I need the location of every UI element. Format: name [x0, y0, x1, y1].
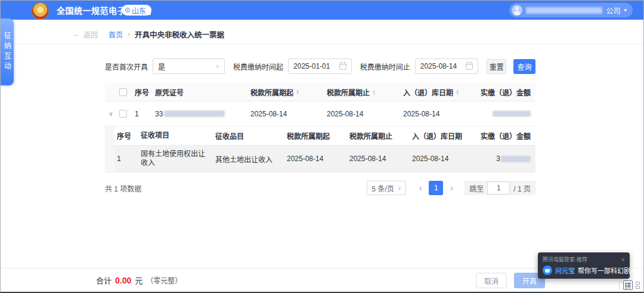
region-badge[interactable]: 山东 — [122, 5, 151, 16]
col-storage-date-label: 入（退）库日期 — [403, 87, 453, 97]
ime-drag-handle[interactable] — [619, 281, 620, 289]
col-voucher: 原凭证号 — [153, 87, 248, 97]
breadcrumb-home-link[interactable]: 首页 — [109, 29, 123, 39]
select-all-checkbox[interactable] — [119, 88, 127, 96]
chevron-down-icon: ▾ — [624, 7, 627, 13]
jump-label: 跳至 — [469, 183, 484, 193]
sub-col-storage-date: 入（退）库日期 — [410, 131, 478, 141]
date-start-value: 2025-01-01 — [293, 62, 330, 70]
toast-source-label: 腾讯电脑管家-推荐 — [543, 255, 587, 263]
first-issue-label: 是否首次开具 — [105, 61, 148, 72]
sub-col-period-end: 税款所属期止 — [347, 131, 410, 141]
col-index: 序号 — [132, 87, 153, 97]
redacted-company-name — [526, 7, 602, 14]
date-start-input[interactable]: 2025-01-01 — [288, 58, 352, 74]
first-issue-value: 是 — [158, 61, 165, 72]
expanded-gutter — [105, 127, 114, 172]
sub-col-period-start: 税款所属期起 — [284, 131, 347, 141]
col-period-end[interactable]: 税款所属期止 ▲▼ — [324, 87, 401, 97]
footer-actions: 取消 开具 — [476, 273, 545, 288]
row-expand-toggle[interactable]: ∨ — [105, 110, 117, 117]
calendar-icon — [466, 63, 473, 70]
col-period-end-label: 税款所属期止 — [327, 87, 370, 97]
total-amount: 0.00 — [115, 276, 131, 285]
total-unit: 元 — [135, 275, 143, 286]
ime-pinyin-indicator[interactable]: 拼 — [623, 280, 633, 290]
sub-col-project: 征收项目 — [138, 131, 213, 140]
col-period-start[interactable]: 税款所属期起 ▲▼ — [248, 87, 324, 97]
breadcrumb: ← 返回 首页 › 开具中央非税收入统一票据 — [73, 27, 224, 41]
date-start-label: 税费缴纳时间起 — [233, 61, 283, 72]
row-checkbox[interactable] — [119, 110, 127, 118]
sort-icon[interactable]: ▲▼ — [296, 89, 299, 95]
page-size-select[interactable]: 5 条/页 ∨ — [367, 181, 406, 195]
current-page-button[interactable]: 1 — [429, 181, 443, 195]
query-button[interactable]: 查询 — [513, 59, 535, 74]
detail-subtable: 序号 征收项目 征收品目 税款所属期起 税款所属期止 入（退）库日期 实缴（退）… — [114, 127, 535, 172]
cancel-button[interactable]: 取消 — [476, 273, 507, 288]
sub-col-index: 序号 — [114, 131, 138, 141]
row-index: 1 — [132, 110, 153, 118]
ime-extra-icons[interactable] — [636, 282, 640, 289]
toast-app-name[interactable]: 问元宝 — [555, 266, 575, 275]
first-issue-select[interactable]: 是 ∨ — [153, 58, 225, 74]
sub-row-storage-date: 2025-08-14 — [410, 155, 478, 163]
next-page-button[interactable]: › — [445, 183, 457, 193]
pagination-bar: 共 1 项数据 5 条/页 ∨ ‹ 1 › 跳至 1 / 1 页 — [105, 180, 535, 196]
sub-row-amount: 3 — [478, 155, 535, 163]
sub-col-item: 征收品目 — [213, 131, 284, 141]
col-amount: 实缴（退）金额 — [478, 87, 535, 97]
back-arrow-icon: ← — [73, 30, 80, 38]
row-amount — [478, 110, 535, 117]
back-label: 返回 — [83, 29, 98, 39]
location-pin-icon — [125, 8, 130, 13]
date-end-label: 税费缴纳时间止 — [360, 61, 410, 72]
sub-row-period-end: 2025-08-14 — [347, 155, 410, 163]
chevron-down-icon: ∨ — [398, 185, 402, 191]
date-end-value: 2025-08-14 — [420, 62, 457, 70]
back-button[interactable]: ← 返回 — [73, 29, 98, 39]
user-avatar-icon — [512, 5, 522, 16]
page-size-value: 5 条/页 — [371, 183, 394, 193]
close-icon[interactable]: × — [621, 256, 625, 263]
row-period-end: 2025-08-14 — [324, 110, 401, 118]
row-voucher: 33 — [153, 110, 248, 118]
region-label: 山东 — [132, 5, 146, 16]
date-end-input[interactable]: 2025-08-14 — [415, 58, 479, 74]
page-title: 开具中央非税收入统一票据 — [135, 29, 224, 40]
select-all-cell[interactable] — [117, 88, 132, 96]
toast-message: 帮你写一部科幻剧本杀 — [578, 266, 643, 275]
table-row[interactable]: ∨ 1 33 2025-08-14 2025-08-14 2025-08-14 — [105, 101, 535, 127]
calendar-icon — [339, 63, 346, 70]
row-storage-date: 2025-08-14 — [401, 110, 478, 118]
total-count-text: 共 1 项数据 — [105, 183, 141, 193]
company-suffix: 公司 — [606, 5, 620, 16]
ime-toolbar: 拼 — [619, 280, 640, 290]
sub-row-index: 1 — [114, 155, 138, 163]
page-total-label: / 1 页 — [513, 183, 531, 193]
amount-in-words: （零元整） — [146, 275, 182, 285]
user-account-menu[interactable]: 公司 ▾ — [509, 3, 633, 17]
sub-row-period-start: 2025-08-14 — [284, 155, 347, 163]
sort-icon[interactable]: ▲▼ — [372, 89, 376, 95]
sub-col-amount: 实缴（退）金额 — [478, 131, 535, 141]
sidebar-tab-interaction[interactable]: 征纳互动 — [1, 18, 14, 85]
results-table: 序号 原凭证号 税款所属期起 ▲▼ 税款所属期止 ▲▼ 入（退）库日期 ▲▼ — [105, 83, 535, 172]
sidebar-tab-label: 征纳互动 — [2, 32, 13, 72]
top-bar: 全国统一规范电子税务局 山东 公司 ▾ — [1, 1, 643, 20]
yuanbao-app-icon — [543, 266, 552, 275]
reset-button[interactable]: 重置 — [487, 59, 506, 74]
national-emblem-logo — [32, 2, 49, 20]
tax-bureau-window: 全国统一规范电子税务局 山东 公司 ▾ 征纳互动 ← 返回 首页 › 开具中央非… — [0, 0, 644, 293]
table-header-row: 序号 原凭证号 税款所属期起 ▲▼ 税款所属期止 ▲▼ 入（退）库日期 ▲▼ — [105, 83, 535, 101]
header-divider — [1, 44, 643, 44]
row-select-cell[interactable] — [117, 110, 132, 118]
voucher-prefix: 33 — [155, 110, 163, 118]
sort-icon[interactable]: ▲▼ — [456, 89, 459, 95]
subtable-row[interactable]: 1 国有土地使用权出让收入 其他土地出让收入 2025-08-14 2025-0… — [114, 146, 535, 172]
row-period-start: 2025-08-14 — [248, 110, 324, 118]
jump-page-input[interactable]: 1 — [487, 181, 510, 195]
col-storage-date[interactable]: 入（退）库日期 ▲▼ — [401, 87, 478, 97]
prev-page-button[interactable]: ‹ — [414, 183, 426, 193]
filter-bar: 是否首次开具 是 ∨ 税费缴纳时间起 2025-01-01 税费缴纳时间止 20… — [105, 58, 535, 74]
